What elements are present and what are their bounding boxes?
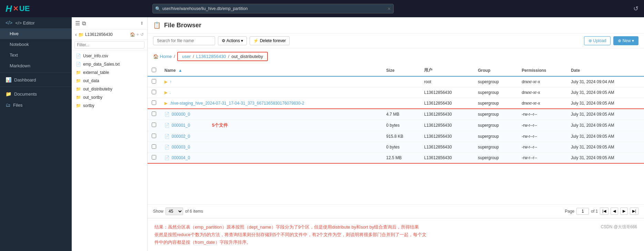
folder-icon-external: 📁	[76, 70, 81, 75]
next-page-button[interactable]: ▶	[620, 207, 628, 215]
row-name-cell[interactable]: 📄000001_0 5个文件	[160, 120, 382, 131]
tree-item-emp-data[interactable]: 📄 emp_data_Sales.txt	[72, 60, 147, 68]
add-icon-tree[interactable]: +	[137, 32, 139, 37]
table-row: ▶↑ root supergroup drwxr-xr-x July 31, 2…	[148, 76, 644, 87]
user-column-header: 用户	[420, 65, 474, 76]
file-search-input[interactable]	[153, 36, 215, 45]
tree-item-label: out_sortby	[83, 95, 102, 100]
upload-icon-tree[interactable]: ⬆	[140, 21, 144, 26]
row-checkbox[interactable]	[152, 79, 156, 84]
row-checkbox[interactable]	[152, 112, 156, 116]
tree-item-user-info[interactable]: 📄 User_info.csv	[72, 52, 147, 60]
table-row: 📄000002_0 915.8 KB L13612856430 supergro…	[148, 131, 644, 142]
breadcrumb-sep3: /	[228, 54, 230, 59]
row-name-cell[interactable]: 📄000004_0	[160, 153, 382, 164]
breadcrumb-user[interactable]: user	[182, 54, 191, 59]
folder-icon-out-data: 📁	[76, 78, 81, 83]
row-name-cell[interactable]: 📄000003_0	[160, 142, 382, 153]
tree-item-label: emp_data_Sales.txt	[83, 62, 120, 67]
sidebar-item-notebook[interactable]: Notebook	[0, 39, 72, 50]
clear-search-icon[interactable]: ✕	[387, 6, 391, 11]
sidebar-item-hive[interactable]: Hive	[0, 28, 72, 39]
row-permissions-cell: -rw-r--r--	[517, 131, 567, 142]
pagination: Page of 1 |◀ ◀ ▶ ▶|	[565, 207, 638, 215]
file-icon-user-info: 📄	[76, 54, 81, 58]
dashboard-icon: 📊	[6, 77, 11, 83]
sidebar-item-documents[interactable]: 📁 Documents	[0, 88, 72, 99]
tree-item-label: sortby	[83, 103, 94, 108]
row-checkbox-cell	[148, 131, 160, 142]
actions-button[interactable]: ⚙ Actions ▾	[218, 36, 247, 45]
hive-label: Hive	[10, 31, 19, 36]
tree-item-out-sortby[interactable]: 📁 out_sortby	[72, 93, 147, 102]
sidebar-item-dashboard[interactable]: 📊 Dashboard	[0, 74, 72, 85]
copy-icon[interactable]: ⧉	[82, 20, 86, 27]
sidebar-item-editor[interactable]: </> </> Editor	[0, 17, 72, 28]
show-select[interactable]: 45 15 30 100	[165, 207, 183, 215]
first-page-button[interactable]: |◀	[600, 207, 608, 215]
row-checkbox[interactable]	[152, 155, 156, 160]
breadcrumb-account[interactable]: L13612856430	[196, 54, 226, 59]
sidebar-item-markdown[interactable]: Markdown	[0, 60, 72, 71]
back-icon[interactable]: ‹	[75, 32, 77, 37]
tree-item-sortby[interactable]: 📁 sortby	[72, 102, 147, 110]
row-group-cell: supergroup	[474, 76, 517, 87]
breadcrumb-home[interactable]: 🏠 Home	[153, 54, 172, 59]
file-tree-header: ‹ 📁 L13612856430 🏠 + ↺	[72, 30, 147, 40]
upload-button[interactable]: ⊕ Upload	[584, 36, 611, 45]
row-user-cell: root	[420, 76, 474, 87]
sidebar-item-files[interactable]: 🗂 Files	[0, 99, 72, 110]
last-page-button[interactable]: ▶|	[630, 207, 638, 215]
row-checkbox[interactable]	[152, 134, 156, 138]
row-permissions-cell: drwxr-xr-x	[517, 87, 567, 98]
file-browser-title: File Browser	[164, 22, 201, 29]
tree-item-label: external_table	[83, 70, 109, 75]
row-checkbox-cell	[148, 98, 160, 109]
select-all-checkbox[interactable]	[152, 68, 156, 72]
page-input[interactable]	[576, 208, 589, 215]
documents-icon: 📁	[6, 91, 11, 97]
new-button[interactable]: ⊕ New ▾	[613, 36, 638, 45]
row-name-cell[interactable]: 📄000002_0	[160, 131, 382, 142]
sidebar-item-text[interactable]: Text	[0, 50, 72, 60]
file-table: Name ▲ Size 用户 Group Permissions Date ▶↑	[148, 65, 644, 204]
folder-icon-out-sort: 📁	[76, 95, 81, 100]
refresh-icon-tree[interactable]: ↺	[140, 32, 144, 37]
row-size-cell: 0 bytes	[382, 120, 420, 131]
row-name-cell[interactable]: ▶.hive-staging_hive_2024-07-31_17-04-31_…	[160, 98, 382, 109]
home-icon-tree[interactable]: 🏠	[130, 32, 135, 37]
file-browser-title-bar: 📋 File Browser	[148, 17, 644, 33]
row-name-cell[interactable]: ▶.	[160, 87, 382, 98]
tree-item-out-data[interactable]: 📁 out_data	[72, 77, 147, 85]
row-permissions-cell: -rw-r--r--	[517, 153, 567, 164]
items-count-label: of 6 items	[185, 209, 203, 214]
table-view-icon[interactable]: ☰	[75, 20, 80, 27]
file-tree-panel: ☰ ⧉ ⬆ ‹ 📁 L13612856430 🏠 + ↺ 📄 User_info…	[72, 17, 148, 251]
history-icon[interactable]: ↺	[633, 5, 638, 12]
row-checkbox[interactable]	[152, 90, 156, 94]
annotation-line3: 件中的内容都是按（from_date）字段升序排序。	[154, 239, 637, 246]
show-label: Show	[153, 209, 163, 214]
prev-page-button[interactable]: ◀	[611, 207, 618, 215]
row-checkbox[interactable]	[152, 123, 156, 127]
row-checkbox-cell	[148, 109, 160, 120]
delete-forever-button[interactable]: ⚡ Delete forever	[250, 36, 290, 45]
breadcrumb: 🏠 Home / user / L13612856430 / out_distr…	[148, 48, 644, 65]
tree-item-external-table[interactable]: 📁 external_table	[72, 68, 147, 77]
tree-item-out-distributeby[interactable]: 📁 out_distributeby	[72, 85, 147, 93]
notebook-label: Notebook	[10, 42, 29, 47]
name-column-header[interactable]: Name ▲	[160, 65, 382, 76]
folder-icon-tree: 📁	[78, 32, 84, 37]
path-search-input[interactable]	[152, 4, 394, 13]
row-name-cell[interactable]: ▶↑	[160, 76, 382, 87]
row-checkbox[interactable]	[152, 100, 156, 105]
filter-input[interactable]	[74, 41, 144, 49]
hue-logo: H✕UE	[6, 3, 30, 14]
row-checkbox[interactable]	[152, 144, 156, 149]
tree-folder-name: L13612856430	[85, 32, 129, 37]
row-group-cell: supergroup	[474, 109, 517, 120]
table-row: 📄000004_0 12.5 MB L13612856430 supergrou…	[148, 153, 644, 164]
group-column-header: Group	[474, 65, 517, 76]
row-name-cell[interactable]: 📄000000_0	[160, 109, 382, 120]
row-checkbox-cell	[148, 153, 160, 164]
